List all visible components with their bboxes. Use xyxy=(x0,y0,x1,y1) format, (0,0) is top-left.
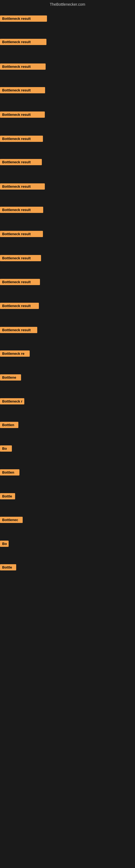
bottleneck-result-item[interactable]: Bottleneck result xyxy=(0,16,47,22)
bottleneck-result-item[interactable]: Bottleneck re xyxy=(0,350,30,357)
bottleneck-result-item[interactable]: Bottleneck result xyxy=(0,183,45,190)
site-title: TheBottlenecker.com xyxy=(0,0,135,8)
bottleneck-result-item[interactable]: Bottleneck result xyxy=(0,207,43,213)
bottleneck-result-item[interactable]: Bottleneck result xyxy=(0,112,45,118)
bottleneck-result-item[interactable]: Bottleneck result xyxy=(0,279,40,285)
bottleneck-result-item[interactable]: Bottleneck result xyxy=(0,63,46,70)
bottleneck-result-item[interactable]: Bottleneck result xyxy=(0,231,43,237)
bottleneck-result-item[interactable]: Bottleneck result xyxy=(0,39,46,45)
bottleneck-result-item[interactable]: Bottle xyxy=(0,493,15,499)
bottleneck-result-item[interactable]: Bottleneck result xyxy=(0,303,39,309)
bottleneck-result-item[interactable]: Bottlen xyxy=(0,422,18,428)
bottleneck-result-item[interactable]: Bottlene xyxy=(0,374,21,380)
bottleneck-result-item[interactable]: Bottleneck result xyxy=(0,255,41,261)
bottleneck-result-item[interactable]: Bottleneck result xyxy=(0,87,45,93)
bottleneck-result-item[interactable]: Bottlenec xyxy=(0,517,23,523)
bottleneck-result-item[interactable]: Bottle xyxy=(0,564,16,570)
site-title-text: TheBottlenecker.com xyxy=(50,2,85,6)
bottleneck-result-item[interactable]: Bo xyxy=(0,445,12,452)
bottleneck-result-item[interactable]: Bottleneck r xyxy=(0,398,24,404)
bottleneck-result-item[interactable]: Bottlen xyxy=(0,469,19,475)
bottleneck-result-item[interactable]: Bottleneck result xyxy=(0,327,37,333)
bottleneck-result-item[interactable]: Bottleneck result xyxy=(0,135,43,142)
bottleneck-result-item[interactable]: Bottleneck result xyxy=(0,159,42,165)
bottleneck-result-item[interactable]: Bo xyxy=(0,540,9,547)
